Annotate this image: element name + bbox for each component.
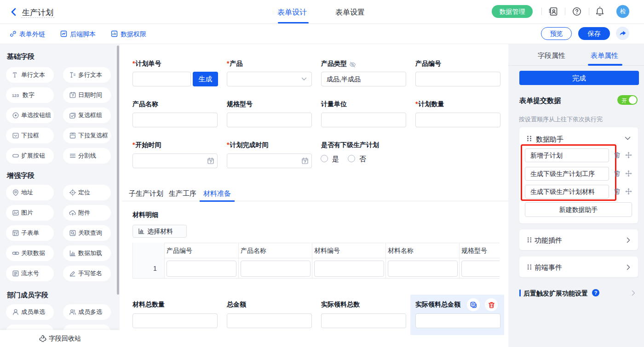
svg-text:123: 123 bbox=[12, 93, 19, 98]
